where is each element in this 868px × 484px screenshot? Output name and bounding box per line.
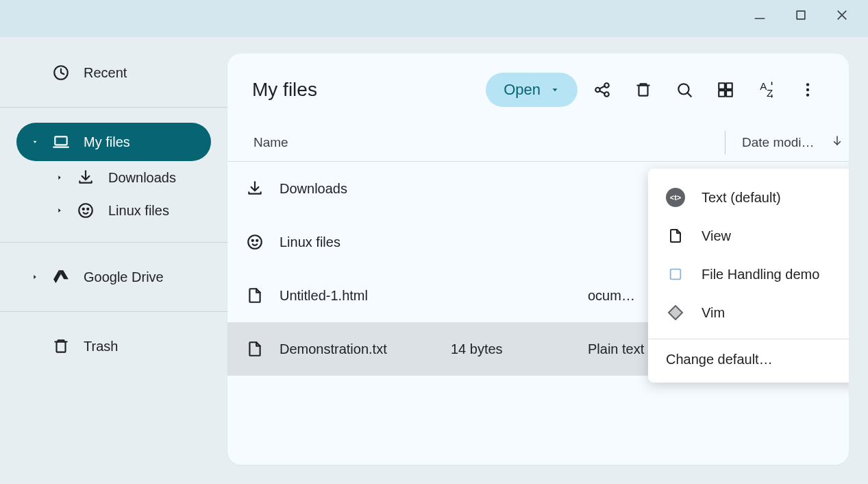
cell-name: Linux files [280,234,451,250]
cell-name: Untitled-1.html [280,288,451,304]
sidebar-item-google-drive[interactable]: Google Drive [16,258,211,296]
svg-rect-30 [726,90,732,97]
sidebar: Recent My files [0,37,227,484]
svg-line-26 [687,93,691,96]
sidebar-label: Trash [84,339,118,354]
col-name[interactable]: Name [230,135,451,150]
penguin-icon [230,233,280,251]
svg-marker-16 [53,270,61,282]
svg-marker-8 [58,176,60,180]
page-title: My files [252,79,317,101]
table-header: Name Date modi… [227,123,849,162]
svg-rect-29 [719,90,725,97]
sidebar-item-trash[interactable]: Trash [16,327,211,365]
vim-icon [666,303,685,322]
svg-marker-5 [34,141,37,143]
chevron-right-icon [32,274,38,280]
sidebar-label: Downloads [108,170,176,186]
cell-name: Downloads [280,181,451,197]
window-close-button[interactable] [835,8,849,22]
menu-item-label: File Handling demo [702,267,819,282]
svg-rect-27 [719,83,725,89]
svg-point-35 [806,83,809,86]
svg-rect-1 [797,11,805,19]
svg-point-12 [87,208,88,210]
download-icon [230,180,280,197]
text-default-icon: <t> [666,188,685,207]
svg-point-20 [604,83,609,88]
window-titlebar [0,0,868,37]
delete-button[interactable] [627,73,660,106]
svg-line-22 [599,86,605,89]
svg-point-36 [806,88,809,91]
chevron-right-icon [56,174,63,181]
menu-item[interactable]: Vim [648,293,849,332]
svg-point-11 [83,208,84,210]
search-button[interactable] [668,73,701,106]
svg-rect-28 [726,83,732,89]
sidebar-label: Linux files [108,203,169,219]
svg-rect-24 [639,86,648,96]
open-with-menu: <t>Text (default)ViewFile Handling demoV… [648,169,849,383]
file-icon [230,340,280,358]
drive-icon [52,268,70,286]
menu-change-default[interactable]: Change default… [648,339,849,383]
svg-marker-13 [34,275,36,279]
sidebar-label: Recent [84,65,127,81]
cell-size: 14 bytes [451,341,588,357]
sidebar-item-recent[interactable]: Recent [16,53,211,92]
trash-icon [52,337,70,355]
menu-item[interactable]: File Handling demo [648,255,849,293]
svg-marker-9 [58,208,60,213]
open-button[interactable]: Open [486,73,578,107]
svg-marker-18 [553,88,558,91]
open-button-label: Open [504,81,541,99]
sidebar-item-my-files[interactable]: My files [16,123,211,161]
menu-item[interactable]: <t>Text (default) [648,178,849,217]
penguin-icon [77,202,95,219]
svg-marker-40 [669,306,682,319]
clock-icon [52,64,70,82]
sidebar-label: Google Drive [84,269,164,285]
col-date[interactable]: Date modi… [725,131,843,154]
svg-rect-6 [55,136,66,145]
menu-item-label: View [702,228,731,244]
svg-point-21 [604,92,609,97]
laptop-icon [52,133,70,151]
app-icon [666,265,685,284]
sidebar-item-downloads[interactable]: Downloads [41,161,211,194]
file-icon [666,226,685,245]
chevron-down-icon [550,81,560,99]
chevron-down-icon [32,138,38,146]
more-button[interactable] [791,73,824,106]
share-button[interactable] [586,73,619,106]
sort-button[interactable]: AZ [750,73,783,106]
svg-rect-39 [671,269,681,280]
file-icon [230,287,280,304]
cell-name: Demonstration.txt [280,341,451,357]
sidebar-item-linux-files[interactable]: Linux files [41,194,211,227]
view-toggle-button[interactable] [709,73,742,106]
menu-item-label: Vim [702,305,725,321]
svg-rect-17 [57,342,66,352]
window-maximize-button[interactable] [794,8,808,22]
sidebar-label: My files [84,134,130,150]
toolbar: My files Open AZ [227,53,849,123]
svg-line-23 [599,91,605,94]
svg-point-37 [806,93,809,96]
menu-item-label: Text (default) [702,190,781,206]
menu-item[interactable]: View [648,217,849,255]
svg-point-10 [79,204,92,217]
content-panel: My files Open AZ [227,53,849,465]
window-minimize-button[interactable] [753,8,767,22]
download-icon [77,169,95,186]
chevron-right-icon [56,207,63,214]
sort-desc-icon [831,134,843,150]
